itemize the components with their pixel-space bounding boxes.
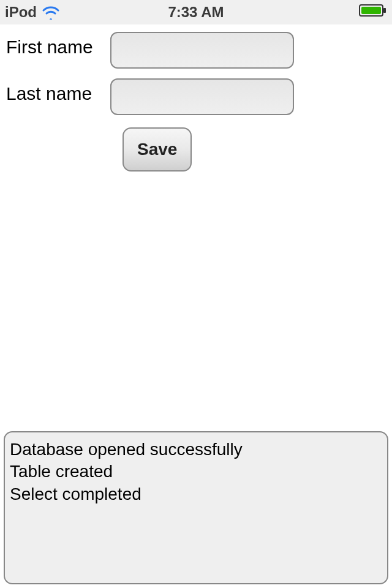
battery-icon: [359, 3, 387, 18]
save-button[interactable]: Save: [123, 127, 192, 172]
log-line: Table created: [10, 461, 382, 483]
svg-rect-2: [361, 7, 381, 14]
svg-rect-1: [383, 8, 386, 13]
last-name-input[interactable]: [110, 78, 294, 115]
last-name-label: Last name: [6, 78, 110, 104]
first-name-label: First name: [6, 32, 110, 58]
first-name-row: First name: [6, 32, 386, 69]
status-bar-time: 7:33 AM: [168, 4, 224, 21]
first-name-input[interactable]: [110, 32, 294, 69]
status-bar-right: [359, 3, 387, 21]
log-line: Database opened successfully: [10, 439, 382, 461]
status-bar-left: iPod: [5, 4, 60, 21]
wifi-icon: [42, 5, 60, 20]
status-bar: iPod 7:33 AM: [0, 0, 392, 24]
log-output: Database opened successfully Table creat…: [4, 431, 388, 584]
device-label: iPod: [5, 4, 37, 21]
save-row: Save: [123, 127, 386, 172]
form-area: First name Last name Save: [0, 24, 392, 172]
last-name-row: Last name: [6, 78, 386, 115]
log-line: Select completed: [10, 483, 382, 505]
